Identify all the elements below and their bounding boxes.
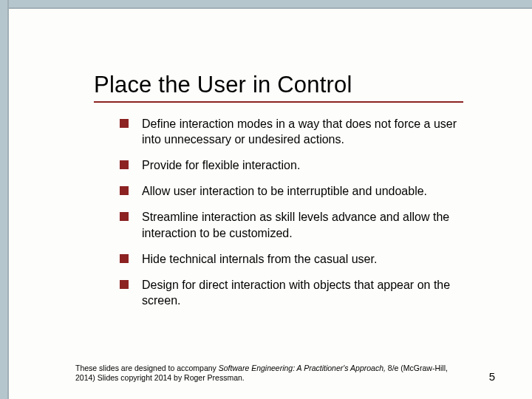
slide-title: Place the User in Control — [94, 72, 463, 103]
slide-canvas: Place the User in Control Define interac… — [9, 9, 532, 399]
body-block: Define interaction modes in a way that d… — [9, 103, 532, 308]
bullet-item: Define interaction modes in a way that d… — [120, 116, 473, 147]
edge-gradient-left — [0, 0, 9, 399]
edge-gradient-top — [0, 0, 532, 9]
bullet-list: Define interaction modes in a way that d… — [120, 116, 473, 308]
footer-prefix: These slides are designed to accompany — [75, 364, 219, 372]
bullet-item: Streamline interaction as skill levels a… — [120, 209, 473, 240]
footer-citation: These slides are designed to accompany S… — [75, 364, 460, 383]
bullet-item: Hide technical internals from the casual… — [120, 251, 473, 267]
footer: These slides are designed to accompany S… — [75, 364, 495, 383]
bullet-item: Allow user interaction to be interruptib… — [120, 183, 473, 199]
bullet-item: Provide for flexible interaction. — [120, 157, 473, 173]
page-number: 5 — [489, 370, 495, 383]
footer-book-title: Software Engineering: A Practitioner's A… — [219, 364, 386, 372]
bullet-item: Design for direct interaction with objec… — [120, 277, 473, 308]
title-block: Place the User in Control — [9, 9, 532, 103]
